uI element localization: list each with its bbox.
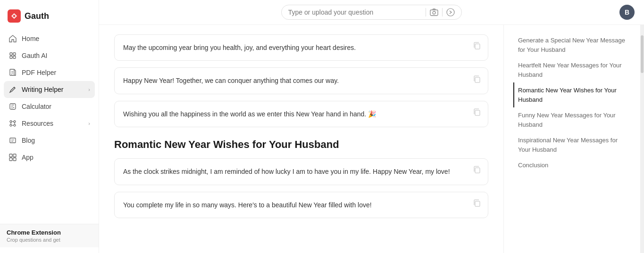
toc-item-heartfelt[interactable]: Heartfelt New Year Messages for Your Hus… [513, 57, 631, 82]
article-content: May the upcoming year bring you health, … [99, 25, 503, 253]
svg-point-6 [10, 121, 12, 122]
toc-label-inspirational: Inspirational New Year Messages for Your… [518, 137, 618, 153]
gauth-icon [8, 51, 17, 60]
copy-icon-3[interactable] [473, 108, 481, 120]
message-card-romantic-1: As the clock strikes midnight, I am remi… [114, 158, 488, 185]
toc-item-romantic[interactable]: Romantic New Year Wishes for Your Husban… [513, 82, 631, 107]
search-divider-2 [442, 8, 443, 16]
camera-button[interactable] [430, 8, 438, 16]
svg-rect-22 [475, 201, 480, 206]
sidebar-item-app-label: App [22, 154, 33, 161]
toc-item-conclusion[interactable]: Conclusion [513, 157, 631, 173]
section-title-romantic: Romantic New Year Wishes for Your Husban… [114, 139, 488, 151]
message-card-3: Wishing you all the happiness in the wor… [114, 101, 488, 127]
logo-text: Gauth [25, 11, 49, 21]
user-avatar-button[interactable]: B [619, 5, 635, 20]
message-text-3: Wishing you all the happiness in the wor… [123, 110, 376, 118]
svg-rect-3 [13, 56, 16, 58]
copy-icon-2[interactable] [473, 75, 481, 87]
message-text-romantic-1: As the clock strikes midnight, I am remi… [123, 168, 450, 175]
svg-point-8 [10, 124, 12, 126]
svg-rect-15 [430, 10, 438, 16]
search-input[interactable] [288, 8, 422, 16]
toc-item-generate[interactable]: Generate a Special New Year Message for … [513, 33, 631, 57]
svg-point-17 [447, 8, 454, 16]
app-icon [8, 153, 17, 162]
sidebar-item-gauth-ai[interactable]: Gauth AI [4, 47, 95, 64]
sidebar-item-resources-label: Resources [22, 120, 53, 127]
toc-label-romantic: Romantic New Year Wishes for Your Husban… [518, 87, 617, 103]
sidebar-item-writing-label: Writing Helper [22, 86, 63, 93]
message-card-romantic-2: You complete my life in so many ways. He… [114, 192, 488, 218]
toc-label-generate: Generate a Special New Year Message for … [518, 37, 625, 53]
sidebar-nav: Home Gauth AI PDF [0, 30, 99, 224]
submit-button[interactable] [446, 8, 455, 16]
message-card-1: May the upcoming year bring you health, … [114, 34, 488, 61]
toc-item-inspirational[interactable]: Inspirational New Year Messages for Your… [513, 132, 631, 157]
svg-rect-18 [475, 44, 480, 49]
svg-rect-11 [9, 154, 12, 157]
logo[interactable]: Gauth [0, 6, 99, 30]
sidebar: Gauth Home Gauth AI [0, 0, 99, 253]
arrow-right-icon [446, 8, 455, 16]
toc-label-funny: Funny New Year Messages for Your Husband [518, 112, 616, 128]
sidebar-item-blog-label: Blog [22, 137, 35, 144]
svg-rect-1 [13, 53, 16, 55]
table-of-contents: Generate a Special New Year Message for … [503, 25, 640, 253]
copy-icon-romantic-1[interactable] [473, 166, 481, 178]
svg-rect-12 [13, 154, 16, 157]
toc-label-heartfelt: Heartfelt New Year Messages for Your Hus… [518, 62, 622, 78]
scrollbar[interactable] [640, 25, 644, 253]
svg-point-7 [14, 121, 16, 122]
svg-rect-14 [13, 158, 16, 161]
resources-icon [8, 119, 17, 128]
message-text-romantic-2: You complete my life in so many ways. He… [123, 201, 372, 209]
message-text-2: Happy New Year! Together, we can conquer… [123, 77, 339, 84]
resources-chevron: › [88, 121, 90, 126]
svg-rect-13 [9, 158, 12, 161]
sidebar-item-resources[interactable]: Resources › [4, 115, 95, 132]
blog-icon [8, 136, 17, 145]
search-bar [281, 5, 462, 20]
svg-point-9 [14, 124, 16, 126]
search-divider [426, 8, 426, 16]
toc-label-conclusion: Conclusion [518, 162, 548, 169]
copy-icon-romantic-2[interactable] [473, 199, 481, 211]
sidebar-item-calc-label: Calculator [22, 103, 51, 110]
sidebar-item-home[interactable]: Home [4, 30, 95, 47]
sidebar-item-calculator[interactable]: Calculator [4, 98, 95, 115]
message-text-1: May the upcoming year bring you health, … [123, 44, 356, 51]
svg-rect-19 [475, 77, 480, 82]
content-area: May the upcoming year bring you health, … [99, 25, 644, 253]
scrollbar-thumb [641, 35, 644, 73]
writing-helper-chevron: › [88, 87, 90, 92]
copy-icon-1[interactable] [473, 41, 481, 54]
home-icon [8, 34, 17, 43]
svg-rect-2 [10, 56, 12, 58]
svg-rect-21 [475, 168, 480, 173]
writing-icon [8, 85, 17, 94]
chrome-ext-subtitle: Crop questions and get [7, 237, 92, 243]
chrome-ext-title: Chrome Extension [7, 229, 92, 236]
message-card-2: Happy New Year! Together, we can conquer… [114, 67, 488, 94]
sidebar-item-writing-helper[interactable]: Writing Helper › [4, 81, 95, 98]
sidebar-item-home-label: Home [22, 35, 39, 42]
sidebar-item-app[interactable]: App [4, 149, 95, 166]
topbar: B [99, 0, 644, 25]
sidebar-item-pdf-helper[interactable]: PDF Helper [4, 64, 95, 81]
svg-rect-10 [10, 138, 16, 143]
svg-rect-0 [10, 53, 12, 55]
pdf-icon [8, 68, 17, 77]
logo-icon [8, 9, 21, 23]
svg-rect-20 [475, 110, 480, 115]
sidebar-item-gauth-ai-label: Gauth AI [22, 52, 47, 59]
chrome-extension-banner[interactable]: Chrome Extension Crop questions and get [0, 224, 99, 247]
sidebar-item-blog[interactable]: Blog [4, 132, 95, 149]
svg-point-16 [433, 11, 435, 14]
calc-icon [8, 102, 17, 111]
camera-icon [430, 8, 438, 16]
main-area: B May the upcoming year bring you health… [99, 0, 644, 253]
toc-item-funny[interactable]: Funny New Year Messages for Your Husband [513, 107, 631, 132]
sidebar-item-pdf-label: PDF Helper [22, 69, 56, 76]
